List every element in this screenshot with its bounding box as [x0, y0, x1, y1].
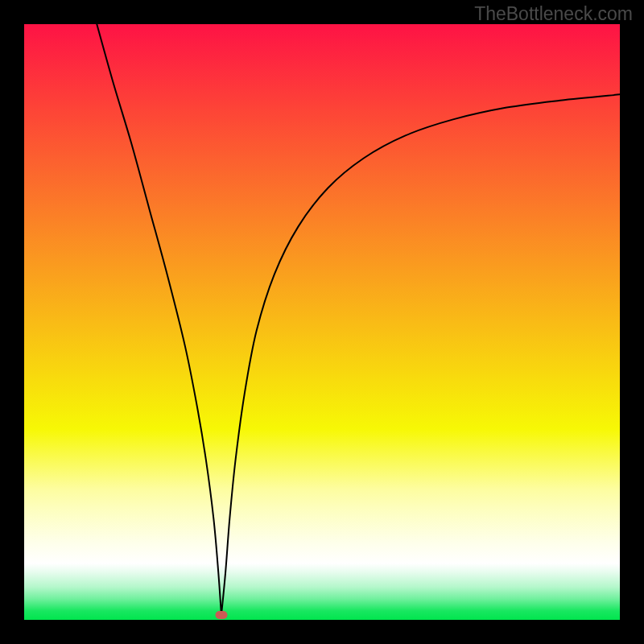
- curve-path: [97, 24, 620, 615]
- optimum-marker: [215, 611, 227, 619]
- plot-area: [24, 24, 620, 620]
- watermark-text: TheBottleneck.com: [474, 3, 633, 25]
- bottleneck-curve: [24, 24, 620, 620]
- chart-frame: TheBottleneck.com: [0, 0, 644, 644]
